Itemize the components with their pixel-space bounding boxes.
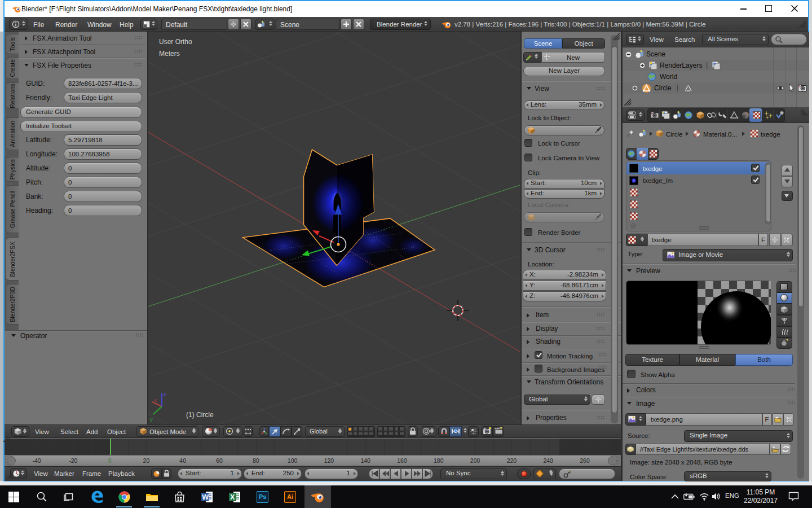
svg-text:z: z xyxy=(164,391,166,397)
svg-text:W: W xyxy=(202,493,209,501)
svg-text:X: X xyxy=(230,493,235,501)
svg-text:y: y xyxy=(150,416,153,422)
svg-text:x: x xyxy=(154,397,157,403)
